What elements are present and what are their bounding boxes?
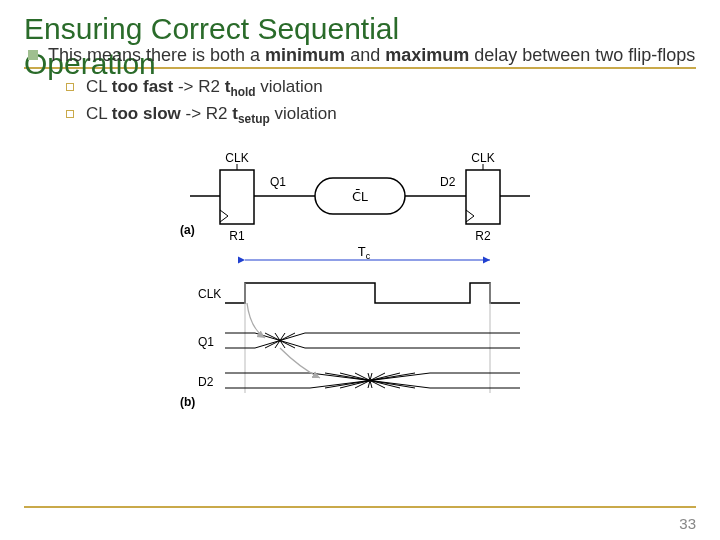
- label-cl: C̄L: [352, 189, 368, 204]
- label-q1: Q1: [270, 175, 286, 189]
- label-a: (a): [180, 223, 195, 237]
- list-item: CL too slow -> R2 tsetup violation: [66, 104, 696, 126]
- label-r2: R2: [475, 229, 491, 243]
- main-bullet-text: This means there is both a minimum and m…: [48, 43, 695, 67]
- label-tc: Tc: [358, 244, 371, 261]
- text-fragment: and: [345, 45, 385, 65]
- label-clk: CLK: [471, 151, 494, 165]
- label-d2-row: D2: [198, 375, 214, 389]
- label-q1-row: Q1: [198, 335, 214, 349]
- label-clk-row: CLK: [198, 287, 221, 301]
- text-fragment: delay between two flip-flops: [469, 45, 695, 65]
- label-clk: CLK: [225, 151, 248, 165]
- footer-underline: [24, 506, 696, 508]
- hollow-square-icon: [66, 83, 74, 91]
- label-d2: D2: [440, 175, 456, 189]
- text-fragment: This means there is both a: [48, 45, 265, 65]
- hollow-square-icon: [66, 110, 74, 118]
- text-fragment: CL: [86, 104, 112, 123]
- text-fragment: violation: [270, 104, 337, 123]
- square-bullet-icon: [28, 50, 38, 60]
- svg-rect-5: [466, 170, 500, 224]
- circuit-diagram: CLK Q1 R1 C̄L CLK D2 R2 (a) Tc: [24, 148, 696, 422]
- text-bold: minimum: [265, 45, 345, 65]
- sub-bullet-list: CL too fast -> R2 thold violation CL too…: [66, 77, 696, 126]
- label-r1: R1: [229, 229, 245, 243]
- text-fragment: -> R2: [181, 104, 233, 123]
- page-number: 33: [679, 515, 696, 532]
- text-bold: maximum: [385, 45, 469, 65]
- subscript: hold: [230, 86, 255, 100]
- title-line-1: Ensuring Correct Sequential: [24, 12, 399, 45]
- text-bold: tsetup: [232, 104, 269, 123]
- sub-bullet-text: CL too slow -> R2 tsetup violation: [86, 104, 337, 126]
- svg-rect-0: [220, 170, 254, 224]
- text-bold: too slow: [112, 104, 181, 123]
- label-b: (b): [180, 395, 195, 409]
- diagram-svg: CLK Q1 R1 C̄L CLK D2 R2 (a) Tc: [150, 148, 570, 418]
- main-bullet: This means there is both a minimum and m…: [28, 43, 696, 67]
- subscript: setup: [238, 112, 270, 126]
